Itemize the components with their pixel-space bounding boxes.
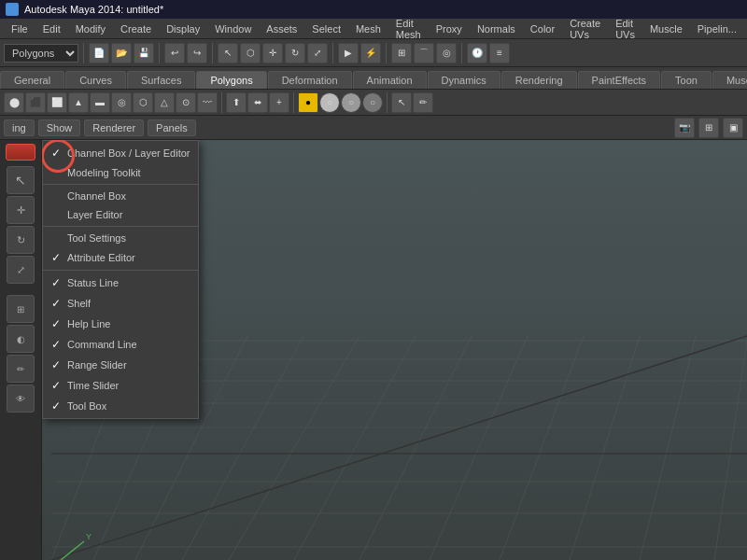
save-btn[interactable]: 💾 (134, 43, 154, 63)
texture-btn[interactable]: ▣ (723, 118, 743, 138)
cylinder-btn[interactable]: ⬜ (47, 92, 67, 113)
render-btn[interactable]: ▶ (338, 43, 359, 63)
menu-item-color[interactable]: Color (523, 21, 562, 36)
dd-channelbox-layereditor[interactable]: ✓ Channel Box / Layer Editor (43, 143, 198, 163)
torus-btn[interactable]: ◎ (111, 92, 132, 113)
dd-modeling-toolkit[interactable]: Modeling Toolkit (43, 163, 198, 182)
cube-btn[interactable]: ⬛ (25, 92, 46, 113)
dd-help-line[interactable]: ✓ Help Line (43, 314, 198, 334)
dd-label-time: Time Slider (67, 380, 190, 391)
sphere2-btn[interactable]: ○ (341, 92, 361, 113)
tab-general[interactable]: General (0, 71, 64, 89)
undo-btn[interactable]: ↩ (164, 43, 185, 63)
tab-polygons[interactable]: Polygons (196, 71, 266, 89)
pyramid-btn[interactable]: △ (154, 92, 175, 113)
menu-item-createuvs[interactable]: Create UVs (562, 16, 608, 42)
snap-btn[interactable]: ⊞ (7, 295, 35, 323)
tab-surfaces[interactable]: Surfaces (127, 71, 195, 89)
tab-toon[interactable]: Toon (661, 71, 712, 89)
tab-animation[interactable]: Animation (353, 71, 427, 89)
tab-painteffects[interactable]: PaintEffects (578, 71, 661, 89)
helix-btn[interactable]: 〰 (197, 92, 218, 113)
move-btn[interactable]: ✛ (262, 43, 283, 63)
tab-curves[interactable]: Curves (65, 71, 126, 89)
dd-layer-editor[interactable]: Layer Editor (43, 205, 198, 224)
sphere3-btn[interactable]: ○ (362, 92, 383, 113)
dd-tool-settings[interactable]: Tool Settings (43, 229, 198, 247)
rotate-tool-btn[interactable]: ↻ (7, 226, 35, 254)
toolbar-main: Polygons 📄 📂 💾 ↩ ↪ ↖ ⬡ ✛ ↻ ⤢ ▶ ⚡ ⊞ ⌒ ◎ 🕐… (0, 39, 747, 67)
menu-item-display[interactable]: Display (159, 21, 207, 36)
menu-item-file[interactable]: File (4, 21, 35, 36)
pipe-btn[interactable]: ⊙ (176, 92, 196, 113)
dd-time-slider[interactable]: ✓ Time Slider (43, 375, 198, 396)
menu-item-edit[interactable]: Edit (35, 21, 68, 36)
paint-btn[interactable]: ✏ (413, 92, 433, 113)
select-tool-btn[interactable]: ↖ (7, 166, 35, 194)
select-btn[interactable]: ↖ (218, 43, 238, 63)
tab-deformation[interactable]: Deformation (268, 71, 352, 89)
cone-btn[interactable]: ▲ (68, 92, 89, 113)
rotate-btn[interactable]: ↻ (285, 43, 305, 63)
snap-point-btn[interactable]: ◎ (436, 43, 457, 63)
menu-item-modify[interactable]: Modify (68, 21, 113, 36)
scale-btn[interactable]: ⤢ (307, 43, 328, 63)
ing-btn[interactable]: ing (4, 119, 35, 136)
check-shelf: ✓ (50, 297, 62, 310)
panels-btn[interactable]: Panels (148, 119, 196, 136)
redo-btn[interactable]: ↪ (187, 43, 207, 63)
dd-status-line[interactable]: ✓ Status Line (43, 273, 198, 293)
history-btn[interactable]: 🕐 (467, 43, 487, 63)
tab-muscle[interactable]: Muscle (712, 71, 747, 89)
menu-item-create[interactable]: Create (113, 21, 159, 36)
dd-label-help: Help Line (67, 318, 190, 329)
append-btn[interactable]: + (269, 92, 289, 113)
sphere-preview-btn[interactable]: ○ (319, 92, 340, 113)
soft-sel-btn[interactable]: ◐ (7, 325, 35, 353)
menu-item-assets[interactable]: Assets (259, 21, 304, 36)
menu-item-pipelin[interactable]: Pipelin... (690, 21, 744, 36)
cam-btn[interactable]: 📷 (674, 118, 695, 138)
new-scene-btn[interactable]: 📄 (89, 43, 109, 63)
prism-btn[interactable]: ⬡ (133, 92, 153, 113)
dd-range-slider[interactable]: ✓ Range Slider (43, 355, 198, 375)
scale-tool-btn[interactable]: ⤢ (7, 256, 35, 284)
dd-shelf[interactable]: ✓ Shelf (43, 293, 198, 314)
dd-command-line[interactable]: ✓ Command Line (43, 334, 198, 355)
window-menu-dropdown[interactable]: ✓ Channel Box / Layer Editor Modeling To… (42, 140, 199, 419)
menu-item-edituvs[interactable]: Edit UVs (608, 16, 642, 42)
lasso-btn[interactable]: ⬡ (240, 43, 261, 63)
menu-item-normals[interactable]: Normals (470, 21, 523, 36)
menu-item-window[interactable]: Window (207, 21, 259, 36)
paint-weights-btn[interactable]: ✏ (7, 355, 35, 383)
snap-curve-btn[interactable]: ⌒ (414, 43, 434, 63)
cursor-select-btn[interactable]: ↖ (391, 92, 412, 113)
open-btn[interactable]: 📂 (111, 43, 132, 63)
light-preview-btn[interactable]: ● (298, 92, 318, 113)
wire-btn[interactable]: ⊞ (698, 118, 719, 138)
menu-item-proxy[interactable]: Proxy (429, 21, 470, 36)
tab-dynamics[interactable]: Dynamics (428, 71, 500, 89)
bridge-btn[interactable]: ⬌ (247, 92, 268, 113)
menu-item-muscle[interactable]: Muscle (642, 21, 690, 36)
channel-btn[interactable]: ≡ (489, 43, 510, 63)
menu-item-mesh[interactable]: Mesh (348, 21, 388, 36)
polygon-mode-select[interactable]: Polygons (4, 44, 78, 63)
show-btn[interactable]: Show (38, 119, 81, 136)
dd-tool-box[interactable]: ✓ Tool Box (43, 396, 198, 416)
toolbar-separator-3 (212, 43, 213, 63)
show-hide-btn[interactable]: 👁 (7, 385, 35, 413)
menu-item-select[interactable]: Select (304, 21, 348, 36)
plane-btn[interactable]: ▬ (90, 92, 110, 113)
move-tool-btn[interactable]: ✛ (7, 196, 35, 224)
ipr-btn[interactable]: ⚡ (360, 43, 381, 63)
viewport-3d[interactable]: Y X Z ✓ Channel Box / Layer Editor Model… (42, 140, 747, 560)
extrude-btn[interactable]: ⬆ (226, 92, 247, 113)
sphere-btn[interactable]: ⬤ (4, 92, 24, 113)
renderer-btn[interactable]: Renderer (84, 119, 144, 136)
dd-attribute-editor[interactable]: ✓ Attribute Editor (43, 247, 198, 268)
menu-item-editmesh[interactable]: Edit Mesh (388, 16, 429, 42)
dd-channel-box[interactable]: Channel Box (43, 187, 198, 205)
snap-grid-btn[interactable]: ⊞ (391, 43, 412, 63)
tab-rendering[interactable]: Rendering (501, 71, 577, 89)
